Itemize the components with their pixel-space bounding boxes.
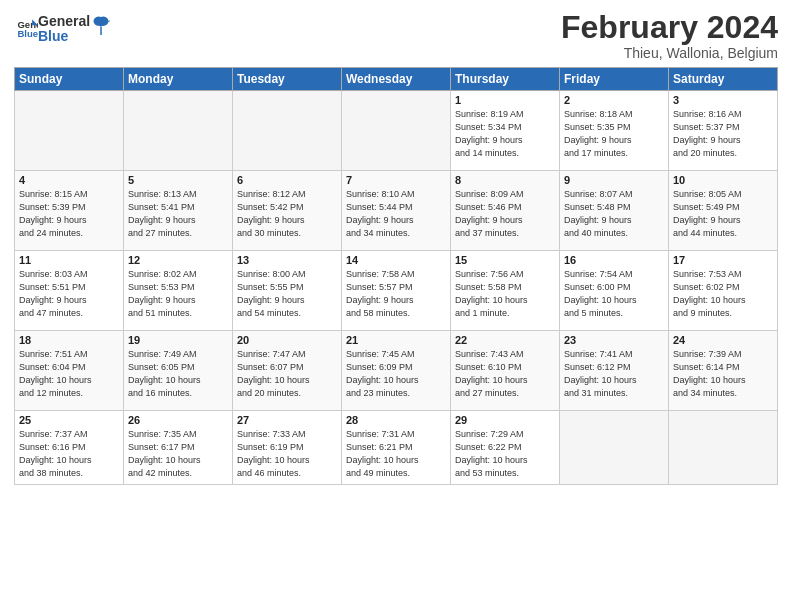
calendar-cell: 15Sunrise: 7:56 AM Sunset: 5:58 PM Dayli…	[451, 251, 560, 331]
day-info: Sunrise: 8:13 AM Sunset: 5:41 PM Dayligh…	[128, 188, 228, 240]
day-number: 16	[564, 254, 664, 266]
calendar-week-row: 1Sunrise: 8:19 AM Sunset: 5:34 PM Daylig…	[15, 91, 778, 171]
calendar-cell: 29Sunrise: 7:29 AM Sunset: 6:22 PM Dayli…	[451, 411, 560, 485]
day-info: Sunrise: 7:54 AM Sunset: 6:00 PM Dayligh…	[564, 268, 664, 320]
calendar-cell: 17Sunrise: 7:53 AM Sunset: 6:02 PM Dayli…	[669, 251, 778, 331]
calendar-cell: 12Sunrise: 8:02 AM Sunset: 5:53 PM Dayli…	[124, 251, 233, 331]
day-info: Sunrise: 7:31 AM Sunset: 6:21 PM Dayligh…	[346, 428, 446, 480]
day-number: 3	[673, 94, 773, 106]
day-info: Sunrise: 8:00 AM Sunset: 5:55 PM Dayligh…	[237, 268, 337, 320]
calendar-cell	[669, 411, 778, 485]
calendar-week-row: 4Sunrise: 8:15 AM Sunset: 5:39 PM Daylig…	[15, 171, 778, 251]
day-info: Sunrise: 7:39 AM Sunset: 6:14 PM Dayligh…	[673, 348, 773, 400]
day-number: 9	[564, 174, 664, 186]
day-info: Sunrise: 7:45 AM Sunset: 6:09 PM Dayligh…	[346, 348, 446, 400]
calendar-cell: 16Sunrise: 7:54 AM Sunset: 6:00 PM Dayli…	[560, 251, 669, 331]
day-info: Sunrise: 8:02 AM Sunset: 5:53 PM Dayligh…	[128, 268, 228, 320]
day-number: 5	[128, 174, 228, 186]
day-info: Sunrise: 7:47 AM Sunset: 6:07 PM Dayligh…	[237, 348, 337, 400]
calendar-cell: 28Sunrise: 7:31 AM Sunset: 6:21 PM Dayli…	[342, 411, 451, 485]
calendar-cell: 20Sunrise: 7:47 AM Sunset: 6:07 PM Dayli…	[233, 331, 342, 411]
day-number: 21	[346, 334, 446, 346]
day-number: 1	[455, 94, 555, 106]
day-info: Sunrise: 7:29 AM Sunset: 6:22 PM Dayligh…	[455, 428, 555, 480]
calendar-cell: 7Sunrise: 8:10 AM Sunset: 5:44 PM Daylig…	[342, 171, 451, 251]
day-number: 23	[564, 334, 664, 346]
day-number: 24	[673, 334, 773, 346]
logo-bird-icon	[92, 15, 110, 37]
day-info: Sunrise: 7:51 AM Sunset: 6:04 PM Dayligh…	[19, 348, 119, 400]
calendar-cell: 25Sunrise: 7:37 AM Sunset: 6:16 PM Dayli…	[15, 411, 124, 485]
day-number: 26	[128, 414, 228, 426]
calendar-cell: 14Sunrise: 7:58 AM Sunset: 5:57 PM Dayli…	[342, 251, 451, 331]
day-info: Sunrise: 7:53 AM Sunset: 6:02 PM Dayligh…	[673, 268, 773, 320]
day-info: Sunrise: 7:56 AM Sunset: 5:58 PM Dayligh…	[455, 268, 555, 320]
col-header-wednesday: Wednesday	[342, 68, 451, 91]
calendar-cell: 22Sunrise: 7:43 AM Sunset: 6:10 PM Dayli…	[451, 331, 560, 411]
day-number: 8	[455, 174, 555, 186]
day-info: Sunrise: 8:05 AM Sunset: 5:49 PM Dayligh…	[673, 188, 773, 240]
calendar-cell: 2Sunrise: 8:18 AM Sunset: 5:35 PM Daylig…	[560, 91, 669, 171]
col-header-sunday: Sunday	[15, 68, 124, 91]
calendar-header-row: SundayMondayTuesdayWednesdayThursdayFrid…	[15, 68, 778, 91]
calendar-cell: 23Sunrise: 7:41 AM Sunset: 6:12 PM Dayli…	[560, 331, 669, 411]
logo: General Blue General Blue	[14, 14, 110, 45]
day-info: Sunrise: 8:10 AM Sunset: 5:44 PM Dayligh…	[346, 188, 446, 240]
day-number: 28	[346, 414, 446, 426]
day-number: 10	[673, 174, 773, 186]
day-number: 29	[455, 414, 555, 426]
calendar-cell: 5Sunrise: 8:13 AM Sunset: 5:41 PM Daylig…	[124, 171, 233, 251]
col-header-saturday: Saturday	[669, 68, 778, 91]
day-number: 17	[673, 254, 773, 266]
calendar-cell: 1Sunrise: 8:19 AM Sunset: 5:34 PM Daylig…	[451, 91, 560, 171]
day-info: Sunrise: 8:16 AM Sunset: 5:37 PM Dayligh…	[673, 108, 773, 160]
day-info: Sunrise: 8:18 AM Sunset: 5:35 PM Dayligh…	[564, 108, 664, 160]
calendar-cell	[15, 91, 124, 171]
svg-text:Blue: Blue	[17, 28, 38, 39]
day-number: 15	[455, 254, 555, 266]
day-number: 7	[346, 174, 446, 186]
calendar-cell: 18Sunrise: 7:51 AM Sunset: 6:04 PM Dayli…	[15, 331, 124, 411]
location-subtitle: Thieu, Wallonia, Belgium	[561, 45, 778, 61]
day-info: Sunrise: 8:03 AM Sunset: 5:51 PM Dayligh…	[19, 268, 119, 320]
calendar-cell: 10Sunrise: 8:05 AM Sunset: 5:49 PM Dayli…	[669, 171, 778, 251]
calendar-cell	[124, 91, 233, 171]
day-number: 27	[237, 414, 337, 426]
day-number: 25	[19, 414, 119, 426]
day-number: 13	[237, 254, 337, 266]
calendar-cell	[342, 91, 451, 171]
day-info: Sunrise: 8:15 AM Sunset: 5:39 PM Dayligh…	[19, 188, 119, 240]
calendar-cell: 11Sunrise: 8:03 AM Sunset: 5:51 PM Dayli…	[15, 251, 124, 331]
day-number: 19	[128, 334, 228, 346]
calendar-week-row: 18Sunrise: 7:51 AM Sunset: 6:04 PM Dayli…	[15, 331, 778, 411]
day-info: Sunrise: 7:33 AM Sunset: 6:19 PM Dayligh…	[237, 428, 337, 480]
calendar-cell: 27Sunrise: 7:33 AM Sunset: 6:19 PM Dayli…	[233, 411, 342, 485]
day-info: Sunrise: 7:43 AM Sunset: 6:10 PM Dayligh…	[455, 348, 555, 400]
day-number: 22	[455, 334, 555, 346]
calendar-table: SundayMondayTuesdayWednesdayThursdayFrid…	[14, 67, 778, 485]
day-number: 18	[19, 334, 119, 346]
calendar-cell: 9Sunrise: 8:07 AM Sunset: 5:48 PM Daylig…	[560, 171, 669, 251]
day-info: Sunrise: 8:07 AM Sunset: 5:48 PM Dayligh…	[564, 188, 664, 240]
calendar-week-row: 25Sunrise: 7:37 AM Sunset: 6:16 PM Dayli…	[15, 411, 778, 485]
calendar-cell: 3Sunrise: 8:16 AM Sunset: 5:37 PM Daylig…	[669, 91, 778, 171]
calendar-cell	[560, 411, 669, 485]
day-info: Sunrise: 8:09 AM Sunset: 5:46 PM Dayligh…	[455, 188, 555, 240]
calendar-cell: 24Sunrise: 7:39 AM Sunset: 6:14 PM Dayli…	[669, 331, 778, 411]
logo-general: General	[38, 14, 90, 29]
month-year-title: February 2024	[561, 10, 778, 45]
title-block: February 2024 Thieu, Wallonia, Belgium	[561, 10, 778, 61]
calendar-cell: 26Sunrise: 7:35 AM Sunset: 6:17 PM Dayli…	[124, 411, 233, 485]
calendar-cell: 21Sunrise: 7:45 AM Sunset: 6:09 PM Dayli…	[342, 331, 451, 411]
day-info: Sunrise: 7:41 AM Sunset: 6:12 PM Dayligh…	[564, 348, 664, 400]
calendar-cell	[233, 91, 342, 171]
page-container: General Blue General Blue February 2024 …	[0, 0, 792, 612]
calendar-week-row: 11Sunrise: 8:03 AM Sunset: 5:51 PM Dayli…	[15, 251, 778, 331]
calendar-cell: 13Sunrise: 8:00 AM Sunset: 5:55 PM Dayli…	[233, 251, 342, 331]
day-info: Sunrise: 7:49 AM Sunset: 6:05 PM Dayligh…	[128, 348, 228, 400]
day-info: Sunrise: 8:19 AM Sunset: 5:34 PM Dayligh…	[455, 108, 555, 160]
col-header-thursday: Thursday	[451, 68, 560, 91]
calendar-cell: 8Sunrise: 8:09 AM Sunset: 5:46 PM Daylig…	[451, 171, 560, 251]
day-info: Sunrise: 8:12 AM Sunset: 5:42 PM Dayligh…	[237, 188, 337, 240]
col-header-tuesday: Tuesday	[233, 68, 342, 91]
